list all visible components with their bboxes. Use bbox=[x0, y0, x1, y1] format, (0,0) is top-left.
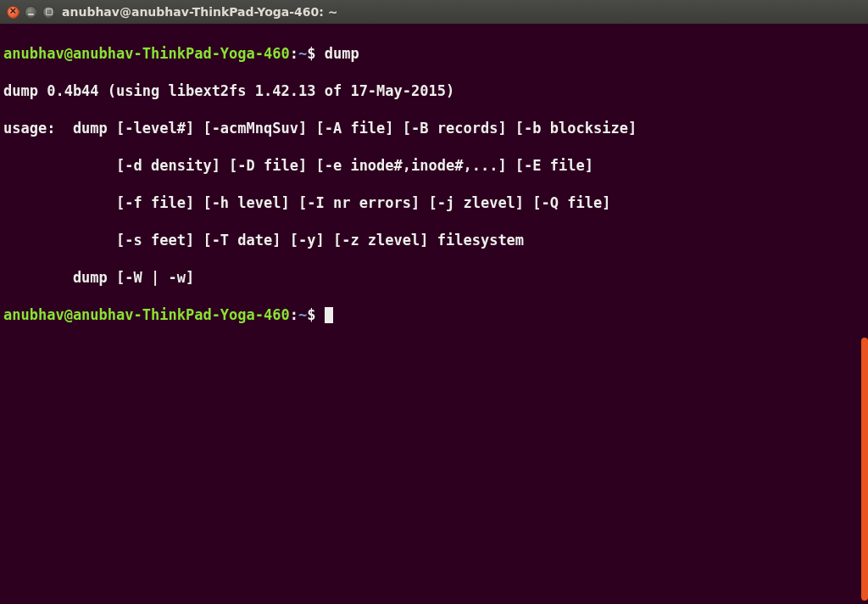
output-line: [-s feet] [-T date] [-y] [-z zlevel] fil… bbox=[3, 231, 865, 249]
output-line: usage: dump [-level#] [-acmMnqSuv] [-A f… bbox=[3, 119, 865, 137]
scrollbar-thumb[interactable] bbox=[861, 338, 868, 601]
maximize-icon[interactable] bbox=[42, 6, 55, 19]
minimize-icon[interactable] bbox=[25, 6, 37, 19]
prompt-colon: : bbox=[290, 306, 298, 323]
output-line: dump [-W | -w] bbox=[3, 268, 865, 287]
prompt-colon: : bbox=[290, 45, 298, 62]
terminal-line: anubhav@anubhav-ThinkPad-Yoga-460:~$ bbox=[3, 305, 865, 324]
prompt-dollar: $ bbox=[307, 45, 315, 62]
window-titlebar: anubhav@anubhav-ThinkPad-Yoga-460: ~ bbox=[0, 0, 868, 24]
output-line: dump 0.4b44 (using libext2fs 1.42.13 of … bbox=[3, 81, 865, 100]
output-line: [-d density] [-D file] [-e inode#,inode#… bbox=[3, 156, 865, 175]
close-icon[interactable] bbox=[7, 6, 19, 19]
terminal-area[interactable]: anubhav@anubhav-ThinkPad-Yoga-460:~$ dum… bbox=[0, 24, 868, 604]
window-controls bbox=[7, 6, 55, 19]
prompt-userhost: anubhav@anubhav-ThinkPad-Yoga-460 bbox=[3, 45, 290, 62]
terminal-line: anubhav@anubhav-ThinkPad-Yoga-460:~$ dum… bbox=[3, 44, 865, 63]
command-text bbox=[316, 45, 325, 62]
prompt-path: ~ bbox=[298, 306, 307, 323]
command-text: dump bbox=[325, 45, 359, 62]
prompt-path: ~ bbox=[298, 45, 307, 62]
prompt-userhost: anubhav@anubhav-ThinkPad-Yoga-460 bbox=[3, 306, 290, 323]
prompt-dollar: $ bbox=[307, 306, 315, 323]
cursor-block bbox=[325, 307, 333, 323]
window-title: anubhav@anubhav-ThinkPad-Yoga-460: ~ bbox=[62, 5, 338, 19]
output-line: [-f file] [-h level] [-I nr errors] [-j … bbox=[3, 193, 865, 212]
